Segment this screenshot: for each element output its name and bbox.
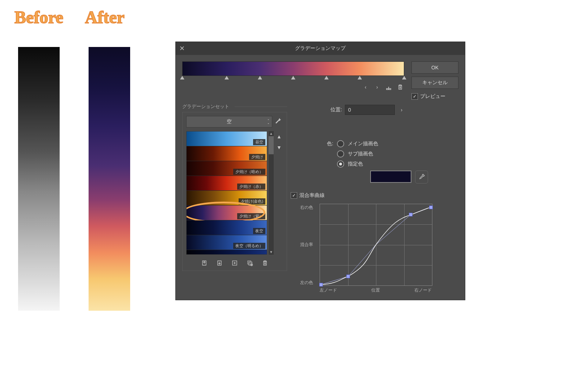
preview-checkbox-label: プレビュー bbox=[420, 93, 445, 100]
sub-color-radio[interactable] bbox=[337, 150, 344, 158]
gradient-list[interactable]: 昼空夕焼け夕焼け（暗め）夕焼け（赤）夕焼け(金色)夕焼け（紫）夜空夜空（明るめ）… bbox=[186, 131, 267, 255]
curve-checkbox[interactable]: ✓ bbox=[291, 192, 297, 199]
curve-handle[interactable] bbox=[409, 213, 413, 216]
gradient-list-item[interactable]: 夕焼け（暗め） bbox=[187, 161, 267, 176]
scroll-up-icon[interactable]: ▲ bbox=[269, 131, 274, 136]
gradient-preview-bar[interactable] bbox=[182, 61, 404, 76]
gradient-stop-marker[interactable] bbox=[358, 76, 362, 79]
gradient-set-dropdown-label: 空 bbox=[227, 119, 232, 125]
gradient-item-label: 夕焼け（紫） bbox=[237, 213, 265, 219]
dialog-title: グラデーションマップ bbox=[295, 45, 346, 52]
color-swatch[interactable] bbox=[370, 171, 411, 183]
preview-checkbox[interactable]: ✓ bbox=[411, 93, 418, 100]
next-stop-icon[interactable]: › bbox=[373, 83, 381, 91]
delete-gradient-icon[interactable] bbox=[261, 259, 269, 267]
gradient-list-item[interactable]: 夕焼け（赤） bbox=[187, 176, 267, 191]
duplicate-gradient-icon[interactable] bbox=[246, 259, 254, 267]
dialog-titlebar[interactable]: ✕ グラデーションマップ bbox=[176, 42, 465, 55]
after-label: After bbox=[85, 7, 124, 27]
close-icon[interactable]: ✕ bbox=[179, 44, 185, 52]
gradient-list-item[interactable]: 夕焼け（紫） bbox=[187, 206, 267, 220]
wrench-icon[interactable] bbox=[274, 117, 283, 126]
curve-handle[interactable] bbox=[319, 283, 323, 287]
move-down-icon[interactable]: ▼ bbox=[275, 143, 283, 151]
gradient-stops[interactable] bbox=[182, 76, 404, 80]
cancel-button[interactable]: キャンセル bbox=[411, 77, 458, 89]
main-color-radio[interactable] bbox=[337, 140, 344, 147]
before-label: Before bbox=[14, 7, 63, 27]
new-gradient-icon[interactable] bbox=[231, 259, 239, 267]
curve-checkbox-label: 混合率曲線 bbox=[299, 192, 325, 199]
curve-y-bottom-label: 左の色 bbox=[300, 280, 313, 286]
main-color-radio-label: メイン描画色 bbox=[348, 141, 378, 147]
gradient-item-label: 夕焼け（赤） bbox=[237, 184, 265, 190]
gradient-stop-marker[interactable] bbox=[258, 76, 262, 79]
curve-graph[interactable]: 右の色 混合率 左の色 bbox=[320, 204, 458, 293]
position-chevron-icon[interactable]: › bbox=[398, 106, 406, 114]
ok-button[interactable]: OK bbox=[411, 61, 458, 74]
gradient-stop-marker[interactable] bbox=[225, 76, 229, 79]
prev-stop-icon[interactable]: ‹ bbox=[362, 83, 369, 91]
gradient-set-box: 空 昼空夕焼け夕焼け（暗め）夕焼け（赤）夕焼け(金色)夕焼け（紫）夜空夜空（明る… bbox=[182, 112, 287, 271]
gradient-list-item[interactable]: 夜空（暗め） bbox=[187, 250, 267, 255]
gradient-map-dialog: ✕ グラデーションマップ ‹ › OK キ bbox=[175, 42, 465, 300]
gradient-nav-icons: ‹ › bbox=[182, 83, 404, 91]
gradient-item-label: 夕焼け（暗め） bbox=[233, 169, 265, 175]
position-input[interactable]: 0 bbox=[345, 105, 395, 115]
scroll-thumb[interactable] bbox=[269, 136, 274, 154]
move-up-icon[interactable]: ▲ bbox=[275, 133, 283, 141]
gradient-list-item[interactable]: 夕焼け(金色) bbox=[187, 191, 267, 206]
gradient-stop-marker[interactable] bbox=[324, 76, 329, 79]
preview-strips bbox=[18, 47, 130, 311]
curve-x-right-label: 右ノード bbox=[414, 287, 432, 293]
after-strip bbox=[89, 47, 130, 311]
gradient-stop-marker[interactable] bbox=[291, 76, 295, 79]
gradient-item-label: 夕焼け(金色) bbox=[239, 198, 265, 204]
specified-color-radio-label: 指定色 bbox=[348, 161, 363, 167]
gradient-list-item[interactable]: 夜空 bbox=[187, 220, 267, 235]
curve-handle[interactable] bbox=[346, 275, 350, 278]
position-label: 位置: bbox=[330, 107, 342, 113]
gradient-list-item[interactable]: 夕焼け bbox=[187, 146, 267, 161]
trash-icon[interactable] bbox=[396, 83, 404, 91]
curve-x-mid-label: 位置 bbox=[371, 287, 380, 293]
color-label: 色: bbox=[323, 141, 333, 147]
gradient-list-item[interactable]: 夜空（明るめ） bbox=[187, 235, 267, 250]
import-icon[interactable] bbox=[200, 259, 208, 267]
curve-x-left-label: 左ノード bbox=[320, 287, 337, 293]
gradient-stop-marker[interactable] bbox=[180, 76, 184, 79]
gradient-set-label: グラデーションセット bbox=[182, 103, 287, 110]
gradient-item-label: 夜空（明るめ） bbox=[233, 243, 265, 249]
curve-y-mid-label: 混合率 bbox=[300, 242, 313, 248]
gradient-item-label: 昼空 bbox=[253, 139, 265, 145]
add-stop-icon[interactable] bbox=[385, 83, 393, 91]
header-labels: Before After bbox=[14, 7, 564, 27]
specified-color-radio[interactable] bbox=[337, 160, 344, 168]
curve-y-top-label: 右の色 bbox=[300, 204, 313, 211]
before-strip bbox=[18, 47, 60, 311]
gradient-set-dropdown[interactable]: 空 bbox=[186, 116, 272, 128]
curve-handle[interactable] bbox=[429, 206, 433, 209]
sub-color-radio-label: サブ描画色 bbox=[348, 151, 373, 157]
gradient-item-label: 夜空 bbox=[253, 228, 265, 234]
gradient-list-item[interactable]: 昼空 bbox=[187, 132, 267, 146]
gradient-list-scrollbar[interactable]: ▲ ▼ bbox=[269, 131, 274, 255]
scroll-down-icon[interactable]: ▼ bbox=[269, 250, 274, 255]
gradient-item-label: 夕焼け bbox=[249, 154, 265, 160]
export-icon[interactable] bbox=[215, 259, 223, 267]
gradient-stop-marker[interactable] bbox=[402, 76, 406, 79]
eyedropper-icon[interactable] bbox=[415, 171, 428, 184]
